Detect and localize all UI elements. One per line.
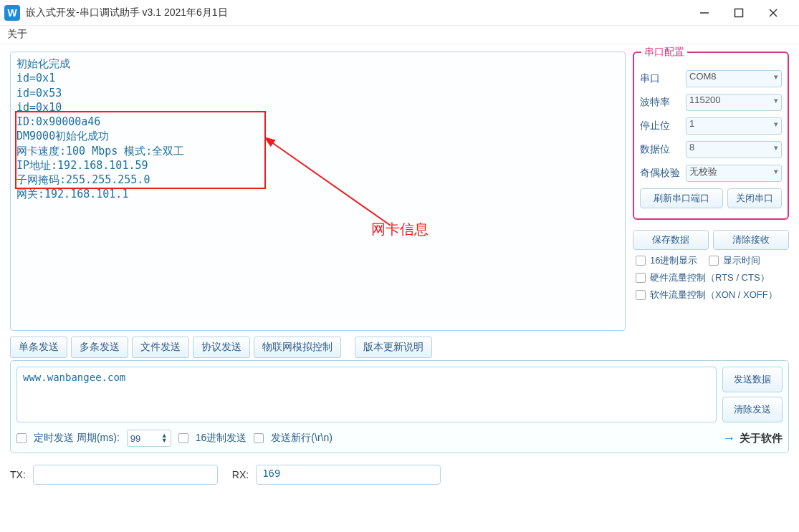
- svg-rect-1: [735, 9, 743, 16]
- refresh-port-button[interactable]: 刷新串口端口: [640, 188, 723, 208]
- sw-flow-checkbox[interactable]: [636, 290, 646, 300]
- timer-send-label: 定时发送 周期(ms):: [34, 432, 120, 445]
- port-label: 串口: [640, 72, 686, 85]
- show-time-label: 显示时间: [723, 254, 760, 267]
- databit-select[interactable]: 8: [686, 141, 782, 158]
- tab-file[interactable]: 文件发送: [132, 337, 189, 358]
- send-textarea[interactable]: [16, 367, 717, 422]
- show-time-checkbox[interactable]: [709, 256, 719, 266]
- window-title: 嵌入式开发-串口调试助手 v3.1 2021年6月1日: [26, 6, 228, 19]
- tab-proto[interactable]: 协议发送: [193, 337, 250, 358]
- maximize-icon[interactable]: [732, 6, 746, 20]
- send-panel: 发送数据 清除发送 定时发送 周期(ms): 99 ▲▼ 16进制发送 发送新行…: [10, 360, 789, 453]
- terminal-line: 初始化完成: [16, 57, 619, 71]
- arrow-right-icon: →: [722, 431, 735, 446]
- terminal-line: ID:0x90000a46: [16, 115, 619, 129]
- send-data-button[interactable]: 发送数据: [722, 367, 783, 392]
- terminal-line: DM9000初始化成功: [16, 129, 619, 143]
- close-icon[interactable]: [766, 6, 780, 20]
- timer-spinner[interactable]: 99 ▲▼: [127, 430, 171, 447]
- terminal-line: 网关:192.168.101.1: [16, 187, 619, 201]
- menu-about[interactable]: 关于: [7, 28, 27, 39]
- newline-label: 发送新行(\r\n): [271, 432, 332, 445]
- tx-label: TX:: [10, 469, 26, 480]
- hw-flow-label: 硬件流量控制（RTS / CTS）: [650, 271, 770, 284]
- terminal-line: id=0x53: [16, 86, 619, 100]
- parity-label: 奇偶校验: [640, 167, 686, 180]
- parity-select[interactable]: 无校验: [686, 165, 782, 182]
- hw-flow-checkbox[interactable]: [636, 273, 646, 283]
- terminal-line: 网卡速度:100 Mbps 模式:全双工: [16, 144, 619, 158]
- port-select[interactable]: COM8: [686, 70, 782, 87]
- terminal-line: IP地址:192.168.101.59: [16, 158, 619, 173]
- stopbit-label: 停止位: [640, 120, 686, 132]
- terminal-line: 子网掩码:255.255.255.0: [16, 173, 619, 187]
- about-software-link[interactable]: → 关于软件: [722, 431, 783, 446]
- stopbit-select[interactable]: 1: [686, 117, 782, 135]
- side-panel: 串口配置 串口 COM8 波特率 115200 停止位 1 数据位 8: [633, 52, 789, 331]
- config-legend: 串口配置: [641, 46, 687, 59]
- baud-label: 波特率: [640, 96, 686, 109]
- tx-field[interactable]: [33, 465, 218, 485]
- terminal-line: id=0x1: [16, 71, 619, 85]
- timer-send-checkbox[interactable]: [16, 433, 27, 443]
- serial-config-group: 串口配置 串口 COM8 波特率 115200 停止位 1 数据位 8: [633, 52, 789, 220]
- hex-display-checkbox[interactable]: [636, 256, 646, 266]
- terminal-line: id=0x10: [16, 100, 619, 115]
- app-icon: W: [4, 5, 20, 21]
- hex-display-label: 16进制显示: [650, 254, 697, 267]
- status-bar: TX: RX: 169: [0, 453, 799, 496]
- tab-iot[interactable]: 物联网模拟控制: [254, 337, 341, 358]
- window-controls: [697, 6, 795, 20]
- menubar: 关于: [0, 26, 799, 44]
- receive-terminal[interactable]: 初始化完成 id=0x1 id=0x53 id=0x10 ID:0x90000a…: [10, 52, 626, 331]
- tab-single[interactable]: 单条发送: [10, 337, 67, 358]
- rx-label: RX:: [232, 469, 249, 480]
- window-titlebar: W 嵌入式开发-串口调试助手 v3.1 2021年6月1日: [0, 0, 799, 26]
- minimize-icon[interactable]: [697, 6, 712, 20]
- close-port-button[interactable]: 关闭串口: [727, 188, 782, 208]
- clear-recv-button[interactable]: 清除接收: [713, 230, 789, 250]
- timer-value: 99: [130, 433, 140, 444]
- rx-field[interactable]: 169: [256, 465, 441, 485]
- tab-multi[interactable]: 多条发送: [71, 337, 128, 358]
- tab-update[interactable]: 版本更新说明: [355, 337, 432, 358]
- databit-label: 数据位: [640, 143, 686, 156]
- about-software-label: 关于软件: [740, 432, 783, 445]
- newline-checkbox[interactable]: [254, 433, 264, 443]
- send-tabs: 单条发送 多条发送 文件发送 协议发送 物联网模拟控制 版本更新说明: [10, 337, 789, 358]
- baud-select[interactable]: 115200: [686, 94, 782, 111]
- hex-send-checkbox[interactable]: [178, 433, 188, 443]
- save-data-button[interactable]: 保存数据: [633, 230, 709, 250]
- clear-send-button[interactable]: 清除发送: [722, 397, 783, 422]
- sw-flow-label: 软件流量控制（XON / XOFF）: [650, 289, 778, 301]
- hex-send-label: 16进制发送: [196, 432, 247, 445]
